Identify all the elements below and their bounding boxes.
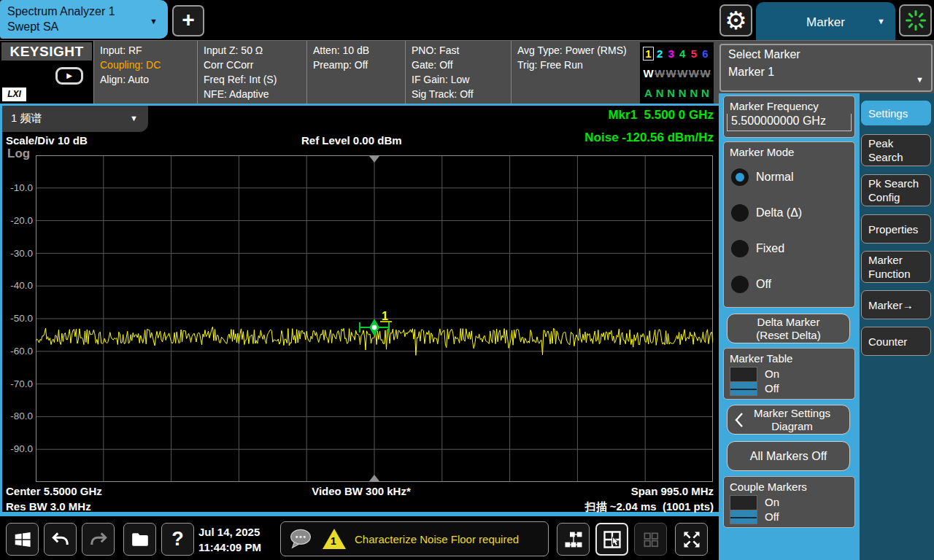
- sweep-annotation: 扫描 ~2.04 ms (1001 pts): [452, 500, 714, 514]
- marker-mode-delta[interactable]: Delta (Δ): [731, 204, 802, 222]
- toggle-off-label: Off: [765, 510, 779, 524]
- trace-detectors-row: A N N N N N: [643, 83, 711, 103]
- impedance-settings-group[interactable]: Input Z: 50 Ω Corr CCorr Freq Ref: Int (…: [197, 41, 306, 104]
- marker-readout-noise: Noise -120.56 dBm/Hz: [438, 131, 714, 145]
- pno-setting: PNO: Fast: [412, 43, 505, 58]
- marker-frequency-label: Marker Frequency: [724, 96, 854, 112]
- window-selector-dropdown[interactable]: 1 频谱 ▼: [2, 106, 148, 132]
- select-window-button[interactable]: [595, 523, 628, 556]
- expand-arrows-icon: [682, 529, 702, 550]
- spectrum-plot[interactable]: 1: [36, 155, 713, 482]
- windows-start-button[interactable]: [6, 523, 39, 556]
- tab-peak-search[interactable]: Peak Search: [861, 134, 931, 166]
- tab-counter[interactable]: Counter: [861, 327, 931, 356]
- date-text: Jul 14, 2025: [198, 524, 261, 540]
- undo-button[interactable]: [44, 523, 77, 556]
- avg-settings-group[interactable]: Avg Type: Power (RMS) Trig: Free Run: [511, 41, 640, 104]
- trace-legend[interactable]: 1 2 3 4 5 6 W W W W W W A N N N N N: [640, 42, 714, 104]
- marker-table-label: Marker Table: [724, 349, 854, 365]
- trace-type: W: [643, 67, 654, 79]
- align-setting: Align: Auto: [100, 72, 191, 87]
- tab-marker-function[interactable]: Marker Function: [861, 251, 931, 283]
- all-markers-off-button[interactable]: All Markers Off: [727, 441, 850, 471]
- help-icon: ?: [171, 528, 184, 551]
- analyzer-mode-select[interactable]: Spectrum Analyzer 1 Swept SA ▼: [0, 0, 168, 39]
- toggle-on-segment: [730, 367, 757, 381]
- tab-label: Marker→: [868, 298, 914, 312]
- marker-mode-normal[interactable]: Normal: [731, 168, 794, 186]
- y-tick: -60.0: [4, 346, 33, 357]
- chevron-down-icon: ▼: [150, 14, 158, 29]
- warning-icon: 1: [323, 529, 346, 549]
- trace-number: 1: [643, 47, 654, 61]
- trace-type: W: [665, 67, 676, 79]
- y-tick: -80.0: [4, 411, 33, 421]
- toggle-on-label: On: [765, 367, 779, 381]
- plus-icon: +: [182, 9, 195, 31]
- preamp-setting: Preamp: Off: [313, 58, 399, 72]
- chevron-down-icon: ▼: [130, 114, 138, 122]
- y-tick: -50.0: [4, 313, 33, 324]
- alert-status-bar[interactable]: 1 Characterize Noise Floor required: [280, 521, 549, 556]
- menu-panel-select[interactable]: Marker ▼: [756, 2, 895, 42]
- tab-label: Counter: [868, 335, 907, 349]
- tab-label: Settings: [868, 106, 908, 120]
- add-tab-button[interactable]: +: [172, 5, 204, 36]
- trace-type: W: [655, 67, 665, 79]
- screen-capture-icon[interactable]: ▶: [55, 67, 83, 85]
- select-marker-label: Select Marker: [728, 48, 924, 61]
- delta-marker-line2: (Reset Delta): [756, 329, 820, 342]
- marker-mode-off[interactable]: Off: [731, 276, 771, 293]
- window-selector-label: 1 频谱: [11, 112, 42, 124]
- marker-mode-fixed[interactable]: Fixed: [731, 240, 784, 257]
- marker-mode-label: Marker Mode: [724, 142, 854, 158]
- scale-div-annotation: Scale/Div 10 dB: [6, 134, 88, 147]
- center-freq-annotation: Center 5.5000 GHz: [6, 485, 102, 497]
- marker-frequency-field[interactable]: Marker Frequency 5.500000000 GHz: [723, 96, 855, 138]
- select-marker-dropdown[interactable]: Select Marker Marker 1 ▼: [719, 44, 933, 92]
- marker-settings-line1: Marker Settings: [754, 407, 830, 420]
- redo-button[interactable]: [82, 523, 115, 556]
- gear-icon: ⚙: [725, 8, 746, 33]
- marker-settings-diagram-button[interactable]: Marker Settings Diagram: [727, 405, 850, 435]
- toggle-off-label: Off: [765, 381, 779, 396]
- marker-table-toggle[interactable]: [730, 367, 757, 396]
- trace-type: W: [688, 67, 699, 79]
- avg-type-setting: Avg Type: Power (RMS): [517, 43, 634, 58]
- grid-layout-button[interactable]: [634, 523, 667, 556]
- delta-marker-button[interactable]: Delta Marker (Reset Delta): [727, 314, 850, 343]
- couple-markers-label: Couple Markers: [724, 477, 854, 493]
- lxi-logo: LXI: [2, 88, 26, 101]
- toggle-labels: On Off: [765, 367, 779, 396]
- fullscreen-button[interactable]: [675, 523, 708, 556]
- busy-spinner-button[interactable]: [899, 4, 932, 36]
- help-button[interactable]: ?: [161, 523, 194, 556]
- gate-setting: Gate: Off: [412, 58, 505, 72]
- system-settings-button[interactable]: ⚙: [719, 4, 752, 36]
- message-bubble-icon: [287, 527, 314, 551]
- tab-pk-search-config[interactable]: Pk Search Config: [861, 174, 931, 206]
- tab-properties[interactable]: Properties: [861, 214, 931, 244]
- coupling-setting: Coupling: DC: [100, 58, 191, 72]
- ref-level-annotation: Ref Level 0.00 dBm: [301, 134, 402, 147]
- sig-track-setting: Sig Track: Off: [412, 87, 505, 101]
- atten-settings-group[interactable]: Atten: 10 dB Preamp: Off: [306, 41, 405, 104]
- input-settings-group[interactable]: Input: RF Coupling: DC Align: Auto: [93, 41, 197, 104]
- alert-count: 1: [331, 535, 336, 547]
- tab-settings[interactable]: Settings: [861, 101, 931, 125]
- tab-label: Marker Function: [868, 253, 924, 281]
- couple-markers-toggle[interactable]: [730, 495, 757, 524]
- trace-number: 5: [688, 47, 699, 60]
- alert-message: Characterize Noise Floor required: [355, 533, 519, 545]
- trace-detector: N: [688, 87, 699, 99]
- radio-label: Fixed: [756, 242, 784, 255]
- radio-label: Normal: [756, 171, 794, 184]
- trace-numbers-row: 1 2 3 4 5 6: [643, 44, 711, 63]
- radio-icon: [731, 204, 749, 222]
- trace-number: 4: [677, 47, 688, 60]
- center-freq-top-marker: [369, 156, 379, 163]
- pno-settings-group[interactable]: PNO: Fast Gate: Off IF Gain: Low Sig Tra…: [405, 41, 511, 104]
- block-diagram-button[interactable]: [557, 523, 590, 556]
- file-explorer-button[interactable]: [123, 523, 156, 556]
- tab-marker-to[interactable]: Marker→: [861, 290, 931, 319]
